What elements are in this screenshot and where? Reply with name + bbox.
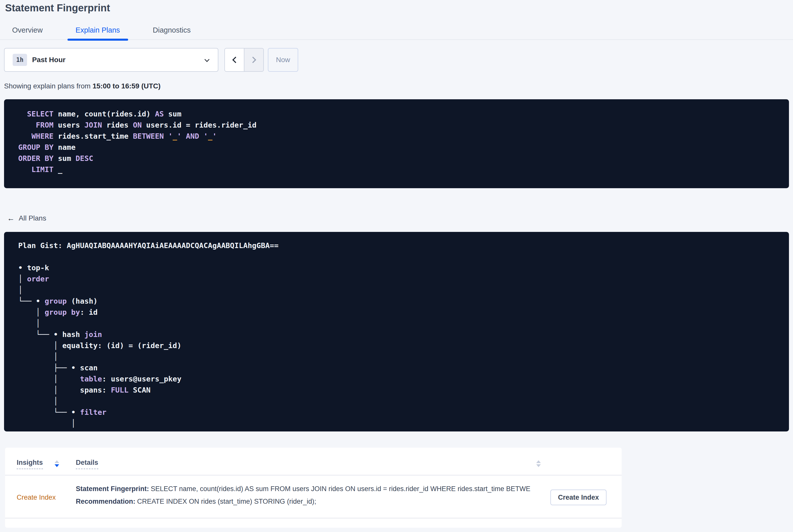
page-title: Statement Fingerprint: [5, 2, 793, 14]
insights-table-header: Insights Details: [5, 448, 622, 475]
tab-explain-plans[interactable]: Explain Plans: [68, 26, 128, 39]
column-header-details[interactable]: Details: [76, 459, 98, 469]
chevron-left-icon: [232, 57, 239, 63]
insight-type-link[interactable]: Create Index: [17, 494, 56, 501]
statement-fingerprint-label: Statement Fingerprint:: [76, 485, 149, 493]
time-nav-group: [224, 48, 264, 72]
recommendation-value: CREATE INDEX ON rides (start_time) STORI…: [137, 498, 316, 505]
sort-icon-insights[interactable]: [55, 460, 59, 467]
sql-text: SELECT name, count(rides.id) AS sum FROM…: [4, 99, 789, 175]
tab-overview[interactable]: Overview: [4, 26, 51, 39]
now-button[interactable]: Now: [268, 48, 298, 72]
interval-badge: 1h: [13, 54, 27, 66]
sort-down-triangle: [55, 464, 59, 467]
sort-up-triangle: [536, 460, 541, 463]
statement-fingerprint-line: Statement Fingerprint:SELECT name, count…: [76, 482, 531, 495]
showing-range-prefix: Showing explain plans from: [4, 82, 93, 90]
sort-icon-details[interactable]: [536, 460, 541, 467]
plan-gist-block: Plan Gist: AgHUAQIABQAAAAHYAQIAiAEAAAADC…: [4, 232, 789, 432]
chevron-right-icon: [250, 57, 256, 63]
sort-down-triangle: [536, 464, 541, 467]
interval-label: Past Hour: [32, 56, 65, 64]
table-row: Create Index Statement Fingerprint:SELEC…: [5, 475, 622, 518]
sort-up-triangle: [55, 460, 59, 463]
page: Statement Fingerprint OverviewExplain Pl…: [0, 2, 793, 528]
insights-table-card: Insights Details Create Index Statement …: [5, 448, 622, 528]
tab-bar: OverviewExplain PlansDiagnostics: [0, 26, 793, 40]
next-time-button[interactable]: [244, 49, 263, 71]
insight-details-cell: Statement Fingerprint:SELECT name, count…: [76, 482, 531, 508]
recommendation-line: Recommendation:CREATE INDEX ON rides (st…: [76, 495, 531, 508]
create-index-button[interactable]: Create Index: [550, 490, 606, 505]
plan-gist-text: Plan Gist: AgHUAQIABQAAAAHYAQIAiAEAAAADC…: [4, 232, 789, 429]
time-interval-select[interactable]: 1h Past Hour: [4, 48, 218, 72]
statement-fingerprint-value: SELECT name, count(rides.id) AS sum FROM…: [151, 485, 531, 493]
tab-diagnostics[interactable]: Diagnostics: [145, 26, 199, 39]
left-arrow-icon: ←: [7, 214, 15, 222]
all-plans-label: All Plans: [19, 214, 46, 222]
showing-range-text: Showing explain plans from 15:00 to 16:5…: [4, 82, 793, 90]
showing-range-value: 15:00 to 16:59 (UTC): [93, 82, 161, 90]
column-header-insights[interactable]: Insights: [17, 459, 43, 469]
all-plans-back-link[interactable]: ← All Plans: [7, 214, 46, 222]
statement-sql-block: SELECT name, count(rides.id) AS sum FROM…: [4, 99, 789, 188]
time-toolbar: 1h Past Hour Now: [4, 48, 789, 72]
prev-time-button[interactable]: [225, 49, 244, 71]
recommendation-label: Recommendation:: [76, 498, 135, 505]
chevron-down-icon: [204, 57, 209, 62]
